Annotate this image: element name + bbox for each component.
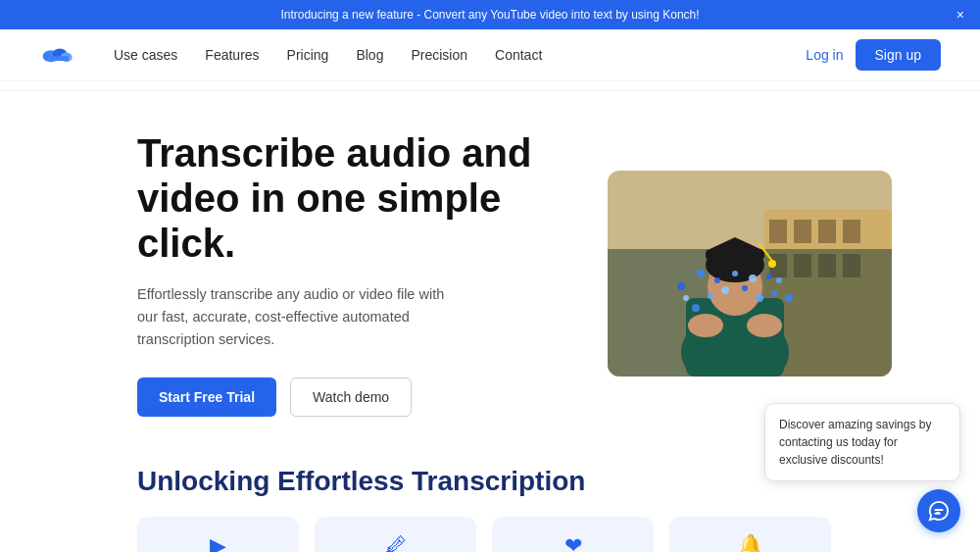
svg-point-32 xyxy=(677,282,685,290)
watch-demo-button[interactable]: Watch demo xyxy=(290,377,412,417)
svg-point-33 xyxy=(776,277,782,283)
svg-point-25 xyxy=(692,304,700,312)
svg-rect-7 xyxy=(794,220,811,243)
feature-icon-3: ❤ xyxy=(564,533,582,552)
svg-point-26 xyxy=(708,293,713,299)
svg-point-37 xyxy=(732,271,738,276)
feature-icon-4: 🔔 xyxy=(737,533,763,552)
svg-point-30 xyxy=(771,290,777,296)
nav-blog[interactable]: Blog xyxy=(356,47,383,63)
nav-links: Use cases Features Pricing Blog Precisio… xyxy=(114,47,806,63)
feature-icon-1: ▶ xyxy=(210,533,226,552)
navbar: Use cases Features Pricing Blog Precisio… xyxy=(0,29,980,81)
svg-point-36 xyxy=(749,275,757,282)
chat-icon xyxy=(928,500,950,522)
svg-point-28 xyxy=(742,285,748,291)
svg-point-35 xyxy=(714,277,720,283)
nav-contact[interactable]: Contact xyxy=(495,47,542,63)
nav-features[interactable]: Features xyxy=(205,47,259,63)
svg-point-24 xyxy=(747,314,782,337)
nav-pricing[interactable]: Pricing xyxy=(287,47,329,63)
hero-actions: Start Free Trial Watch demo xyxy=(137,377,549,417)
chat-widget: Discover amazing savings by contacting u… xyxy=(764,403,960,532)
feature-card-2: 🖉 xyxy=(315,517,476,552)
announcement-bar: Introducing a new feature - Convert any … xyxy=(0,0,980,29)
svg-point-34 xyxy=(785,294,793,302)
svg-rect-9 xyxy=(843,220,860,243)
hero-content: Transcribe audio and video in one simple… xyxy=(137,130,549,417)
nav-precision[interactable]: Precision xyxy=(411,47,467,63)
hero-title: Transcribe audio and video in one simple… xyxy=(137,130,549,266)
chat-popup-text: Discover amazing savings by contacting u… xyxy=(779,418,931,467)
feature-card-1: ▶ xyxy=(137,517,299,552)
svg-rect-6 xyxy=(769,220,787,243)
login-button[interactable]: Log in xyxy=(806,47,843,63)
feature-icon-2: 🖉 xyxy=(385,533,407,552)
hero-section: Transcribe audio and video in one simple… xyxy=(0,91,980,436)
signup-button[interactable]: Sign up xyxy=(856,39,941,71)
svg-point-22 xyxy=(768,260,776,268)
svg-point-31 xyxy=(683,295,689,301)
svg-rect-3 xyxy=(45,56,69,61)
svg-point-39 xyxy=(766,274,772,279)
chat-button[interactable] xyxy=(917,489,960,532)
secondary-nav-divider xyxy=(0,81,980,91)
svg-rect-19 xyxy=(706,251,764,259)
svg-point-27 xyxy=(721,286,729,294)
nav-use-cases[interactable]: Use cases xyxy=(114,47,177,63)
logo[interactable] xyxy=(39,43,74,67)
announcement-close-button[interactable]: × xyxy=(956,8,964,22)
chat-popup: Discover amazing savings by contacting u… xyxy=(764,403,960,481)
hero-subtitle: Effortlessly transcribe any audio or vid… xyxy=(137,283,451,352)
hero-image xyxy=(608,171,892,376)
start-free-trial-button[interactable]: Start Free Trial xyxy=(137,377,276,417)
svg-point-23 xyxy=(688,314,723,337)
nav-actions: Log in Sign up xyxy=(806,39,941,71)
svg-point-29 xyxy=(756,294,763,302)
svg-point-38 xyxy=(697,270,705,277)
svg-rect-8 xyxy=(818,220,836,243)
announcement-text: Introducing a new feature - Convert any … xyxy=(280,8,699,22)
feature-card-3: ❤ xyxy=(492,517,654,552)
